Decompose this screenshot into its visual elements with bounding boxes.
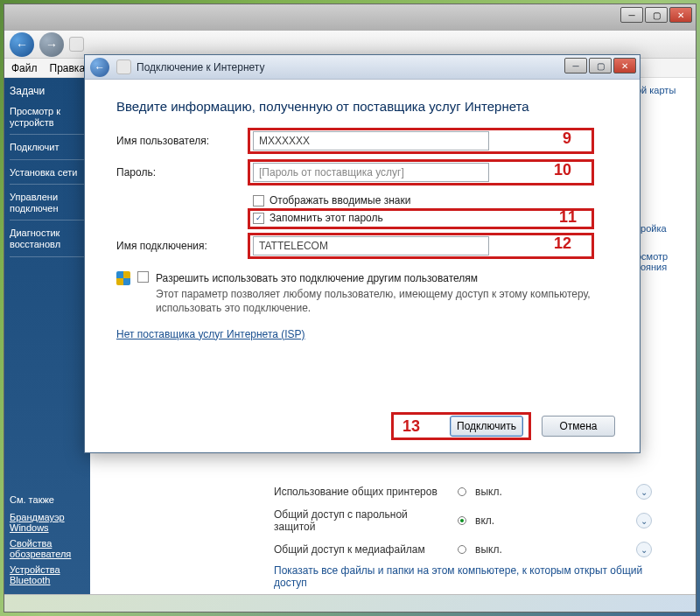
connname-input[interactable] [253, 236, 489, 256]
sidebar-item-2[interactable]: Установка сети [10, 167, 85, 185]
sharing-row-password: Общий доступ с парольной защитой вкл. ⌄ [274, 503, 661, 538]
show-chars-label: Отображать вводимые знаки [270, 194, 410, 206]
remember-checkbox[interactable]: ✓ [253, 213, 264, 224]
dlg-title: Подключение к Интернету [136, 61, 265, 74]
allow-checkbox[interactable] [137, 271, 149, 283]
row-status-1: вкл. [475, 514, 494, 527]
bg-back-button[interactable]: ← [10, 32, 34, 57]
sidebar-link-bluetooth[interactable]: Устройства Bluetooth [10, 564, 85, 585]
annotation-num-9: 9 [563, 130, 571, 148]
annotation-box-13: 13 Подключить [391, 412, 531, 440]
username-label: Имя пользователя: [116, 135, 253, 147]
expand-chevron-1[interactable]: ⌄ [636, 513, 652, 528]
annotation-num-10: 10 [554, 161, 571, 179]
dlg-heading: Введите информацию, полученную от постав… [116, 99, 608, 114]
radio-on-icon [458, 516, 466, 525]
sidebar-see-also: См. также [10, 494, 85, 505]
connect-internet-dialog: ← Подключение к Интернету ─ ▢ ✕ Введите … [84, 54, 640, 453]
row-label-0: Использование общих принтеров [274, 486, 449, 498]
expand-chevron-0[interactable]: ⌄ [636, 484, 652, 500]
shield-icon [116, 271, 130, 285]
right-link-1[interactable]: тройка [636, 223, 689, 234]
right-link-2[interactable]: осмотр тояния [636, 251, 689, 272]
sidebar-item-4[interactable]: Диагностик восстановл [10, 228, 85, 256]
bg-titlebar: ─ ▢ ✕ [4, 4, 696, 31]
sidebar-item-0[interactable]: Просмотр к устройств [10, 106, 85, 135]
connname-label: Имя подключения: [116, 240, 253, 252]
dlg-back-button[interactable]: ← [90, 58, 109, 77]
bg-maximize-button[interactable]: ▢ [645, 7, 668, 23]
radio-icon [458, 487, 466, 496]
statusbar [4, 594, 696, 612]
dlg-titlebar: ← Подключение к Интернету ─ ▢ ✕ [85, 55, 640, 80]
dlg-icon [116, 60, 131, 74]
allow-desc: Этот параметр позволяет любому пользоват… [156, 287, 608, 315]
sidebar-item-1[interactable]: Подключит [10, 142, 85, 159]
right-link-0[interactable]: ой карты [636, 85, 689, 95]
sidebar-item-3[interactable]: Управлени подключен [10, 192, 85, 220]
remember-label: Запомнить этот пароль [270, 212, 383, 224]
sidebar-heading: Задачи [10, 85, 85, 97]
expand-chevron-2[interactable]: ⌄ [636, 542, 652, 557]
sidebar-link-firewall[interactable]: Брандмауэр Windows [10, 512, 85, 533]
annotation-num-11: 11 [559, 208, 577, 227]
bg-forward-button[interactable]: → [39, 32, 64, 57]
row-label-1: Общий доступ с парольной защитой [274, 508, 449, 533]
password-input[interactable] [253, 163, 489, 182]
bg-minimize-button[interactable]: ─ [620, 7, 643, 23]
bg-close-button[interactable]: ✕ [669, 7, 692, 23]
menu-file[interactable]: Файл [11, 62, 38, 74]
annotation-num-13: 13 [402, 417, 420, 436]
radio-icon [458, 545, 466, 554]
cancel-button[interactable]: Отмена [542, 416, 615, 437]
password-label: Пароль: [116, 166, 253, 178]
connect-button[interactable]: Подключить [450, 416, 523, 437]
sharing-row-media: Общий доступ к медиафайлам выкл. ⌄ [274, 538, 661, 561]
sidebar-link-browser-props[interactable]: Свойства обозревателя [10, 538, 85, 559]
menu-edit[interactable]: Правка [50, 62, 86, 74]
row-label-2: Общий доступ к медиафайлам [274, 543, 449, 556]
show-shared-link-0[interactable]: Показать все файлы и папки на этом компь… [274, 561, 661, 592]
allow-label: Разрешить использовать это подключение д… [156, 271, 608, 285]
sharing-row-printers: Использование общих принтеров выкл. ⌄ [274, 480, 661, 503]
username-input[interactable] [253, 131, 489, 150]
row-status-0: выкл. [475, 486, 502, 498]
dlg-close-button[interactable]: ✕ [613, 58, 636, 74]
address-icon [69, 37, 84, 52]
sidebar: Задачи Просмотр к устройств Подключит Ус… [4, 78, 90, 594]
show-chars-checkbox[interactable] [253, 195, 264, 206]
no-isp-link[interactable]: Нет поставщика услуг Интернета (ISP) [116, 328, 305, 340]
row-status-2: выкл. [475, 543, 502, 556]
dlg-maximize-button[interactable]: ▢ [589, 58, 612, 74]
annotation-num-12: 12 [554, 234, 571, 253]
dlg-minimize-button[interactable]: ─ [564, 58, 587, 74]
